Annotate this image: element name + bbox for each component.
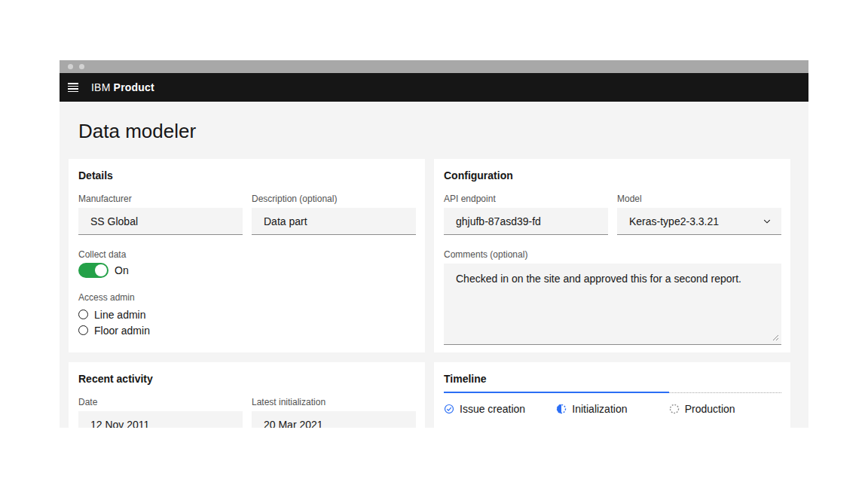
- incomplete-icon: [556, 404, 567, 414]
- page-content: Data modeler Details Manufacturer Descri…: [60, 102, 808, 428]
- latest-initialization-label: Latest initialization: [252, 396, 416, 408]
- date-label: Date: [78, 396, 243, 408]
- timeline-steps: Issue creation Initialization Produ: [444, 403, 781, 415]
- comments-group: Comments (optional) Checked in on the si…: [444, 249, 781, 345]
- recent-activity-fields: Date Latest initialization: [78, 396, 416, 428]
- comments-label: Comments (optional): [444, 249, 781, 261]
- collect-data-group: Collect data On: [78, 249, 416, 278]
- collect-data-label: Collect data: [78, 249, 416, 261]
- date-field: Date: [78, 396, 243, 428]
- radio-floor-admin[interactable]: Floor admin: [78, 322, 416, 338]
- radio-button-icon: [78, 310, 88, 319]
- model-select-value: Keras-type2-3.3.21: [629, 215, 719, 227]
- access-admin-label: Access admin: [78, 291, 416, 303]
- checkmark-outline-icon: [444, 404, 454, 414]
- access-admin-group: Access admin Line admin Floor admin: [78, 291, 416, 338]
- window-control-dot-1[interactable]: [68, 64, 73, 69]
- collect-data-toggle-row: On: [78, 263, 416, 278]
- menu-icon[interactable]: [68, 83, 78, 92]
- api-endpoint-label: API endpoint: [444, 193, 608, 205]
- timeline-step-production: Production: [669, 403, 781, 415]
- details-fields: Manufacturer Description (optional): [78, 193, 416, 235]
- brand-prefix: IBM: [91, 81, 111, 93]
- toggle-knob-icon: [95, 264, 107, 276]
- collect-data-state: On: [115, 264, 129, 276]
- manufacturer-field: Manufacturer: [78, 193, 243, 235]
- app-window: IBM Product Data modeler Details Manufac…: [60, 60, 808, 428]
- circle-dash-icon: [669, 404, 680, 414]
- timeline-card-title: Timeline: [444, 372, 781, 386]
- description-field: Description (optional): [252, 193, 416, 235]
- details-card-title: Details: [78, 169, 416, 182]
- access-admin-radios: Line admin Floor admin: [78, 307, 416, 338]
- timeline-step-label: Production: [685, 403, 735, 415]
- api-endpoint-input[interactable]: [444, 208, 608, 235]
- description-label: Description (optional): [252, 193, 416, 205]
- timeline-card: Timeline Issue creation: [434, 362, 790, 428]
- description-input[interactable]: [252, 208, 416, 235]
- details-card: Details Manufacturer Description (option…: [69, 159, 425, 352]
- latest-initialization-field: Latest initialization: [252, 396, 416, 428]
- radio-line-admin-label: Line admin: [94, 309, 146, 321]
- radio-line-admin[interactable]: Line admin: [78, 307, 416, 322]
- window-control-dot-2[interactable]: [79, 64, 84, 69]
- api-endpoint-field: API endpoint: [444, 193, 608, 235]
- collect-data-toggle[interactable]: [78, 263, 108, 278]
- date-input[interactable]: [78, 411, 243, 428]
- brand-name: Product: [114, 81, 154, 93]
- timeline-track: [444, 392, 781, 394]
- timeline-step-label: Issue creation: [460, 403, 525, 415]
- model-field: Model Keras-type2-3.3.21: [617, 193, 781, 235]
- configuration-fields: API endpoint Model Keras-type2-3.3.21: [444, 193, 781, 235]
- chevron-down-icon: [763, 217, 772, 226]
- model-label: Model: [617, 193, 781, 205]
- page-title: Data modeler: [60, 102, 808, 142]
- card-grid: Details Manufacturer Description (option…: [69, 159, 790, 428]
- comments-textarea[interactable]: Checked in on the site and approved this…: [444, 264, 781, 345]
- configuration-card: Configuration API endpoint Model Keras-t…: [434, 159, 790, 352]
- manufacturer-input[interactable]: [78, 208, 243, 235]
- timeline-step-initialization: Initialization: [556, 403, 668, 415]
- comments-textarea-wrap: Checked in on the site and approved this…: [444, 264, 781, 345]
- model-select[interactable]: Keras-type2-3.3.21: [617, 208, 781, 235]
- window-titlebar: [60, 60, 808, 73]
- app-header: IBM Product: [60, 73, 808, 102]
- configuration-card-title: Configuration: [444, 169, 781, 182]
- brand: IBM Product: [91, 81, 154, 93]
- timeline-progress-fill: [444, 392, 669, 393]
- latest-initialization-input[interactable]: [252, 411, 416, 428]
- timeline-step-label: Initialization: [572, 403, 627, 415]
- recent-activity-card: Recent activity Date Latest initializati…: [69, 362, 425, 428]
- recent-activity-card-title: Recent activity: [78, 372, 416, 386]
- radio-floor-admin-label: Floor admin: [94, 325, 150, 337]
- manufacturer-label: Manufacturer: [78, 193, 243, 205]
- timeline-step-issue-creation: Issue creation: [444, 403, 556, 415]
- radio-button-icon: [78, 325, 88, 335]
